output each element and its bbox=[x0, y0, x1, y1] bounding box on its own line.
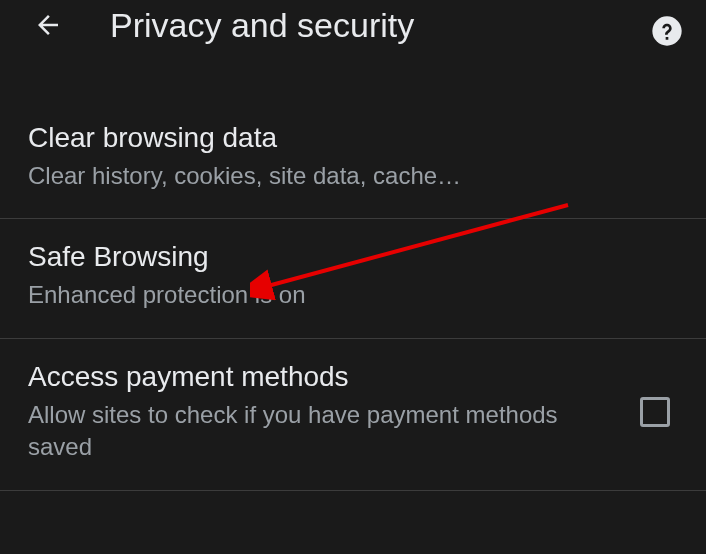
safe-browsing-subtitle: Enhanced protection is on bbox=[28, 279, 678, 311]
safe-browsing-item[interactable]: Safe Browsing Enhanced protection is on bbox=[0, 219, 706, 338]
settings-list: Clear browsing data Clear history, cooki… bbox=[0, 100, 706, 491]
header-bar: Privacy and security bbox=[0, 0, 706, 60]
payment-methods-subtitle: Allow sites to check if you have payment… bbox=[28, 399, 620, 464]
clear-browsing-subtitle: Clear history, cookies, site data, cache… bbox=[28, 160, 678, 192]
setting-text-block: Safe Browsing Enhanced protection is on bbox=[28, 241, 678, 311]
payment-methods-title: Access payment methods bbox=[28, 361, 620, 393]
page-title: Privacy and security bbox=[110, 6, 414, 45]
clear-browsing-data-item[interactable]: Clear browsing data Clear history, cooki… bbox=[0, 100, 706, 219]
clear-browsing-title: Clear browsing data bbox=[28, 122, 678, 154]
safe-browsing-title: Safe Browsing bbox=[28, 241, 678, 273]
access-payment-methods-item[interactable]: Access payment methods Allow sites to ch… bbox=[0, 339, 706, 491]
help-icon bbox=[651, 15, 683, 47]
setting-text-block: Clear browsing data Clear history, cooki… bbox=[28, 122, 678, 192]
payment-methods-checkbox[interactable] bbox=[640, 397, 670, 427]
back-arrow-icon bbox=[33, 10, 63, 40]
help-button[interactable] bbox=[648, 12, 686, 50]
back-button[interactable] bbox=[28, 5, 68, 45]
setting-text-block: Access payment methods Allow sites to ch… bbox=[28, 361, 620, 464]
